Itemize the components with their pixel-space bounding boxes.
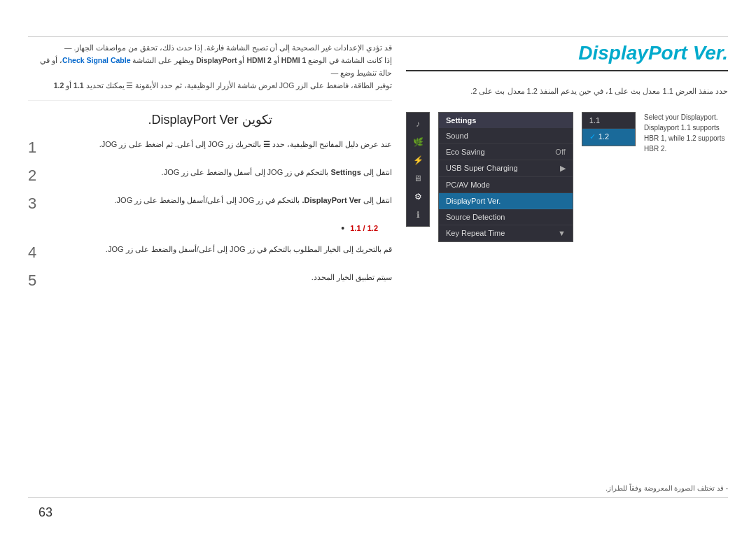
section-title-ar: تكوين DisplayPort Ver. <box>148 113 272 127</box>
bullet-item: 1.2 / 1.1 • <box>28 223 392 234</box>
page-title: DisplayPort Ver. <box>406 42 728 71</box>
step-5: سيتم تطبيق الخيار المحدد. 5 <box>28 272 392 290</box>
bottom-note: قد تختلف الصورة المعروضة وفقاً للطراز. <box>606 484 728 492</box>
menu-item-pcav: PC/AV Mode <box>439 177 573 193</box>
menu-item-eco: Eco Saving Off <box>439 144 573 160</box>
eco-icon: 🌿 <box>410 134 426 150</box>
settings-menu: Settings Sound Eco Saving Off USB Super … <box>438 112 573 242</box>
top-note-line2: إذا كانت الشاشة في الوضع HDMI 1 أو HDMI … <box>28 55 392 80</box>
menu-item-usb: USB Super Charging ▶ <box>439 160 573 177</box>
menu-item-source: Source Detection <box>439 209 573 225</box>
submenu-item-1-2: ✓1.2 <box>582 129 635 146</box>
submenu-item-1-1: 1.1 <box>582 113 635 129</box>
side-description: Select your Displayport. Displayport 1.1… <box>644 112 728 154</box>
top-arabic-notes: قد تؤدي الإعدادات غير الصحيحة إلى أن تصب… <box>28 42 392 101</box>
step-2-text: انتقل إلى Settings بالتحكم في زر JOG إلى… <box>50 167 392 179</box>
pc-icon: 🖥 <box>410 170 426 187</box>
step-5-number: 5 <box>28 272 42 290</box>
right-column: DisplayPort Ver. حدد منفذ العرض 1.1 معدل… <box>406 42 728 242</box>
bullet-text: 1.2 / 1.1 <box>350 224 378 232</box>
step-4-number: 4 <box>28 244 42 262</box>
step-5-text: سيتم تطبيق الخيار المحدد. <box>50 272 392 284</box>
bottom-rule <box>28 497 728 498</box>
top-note-line1: قد تؤدي الإعدادات غير الصحيحة إلى أن تصب… <box>28 42 392 55</box>
step-3: انتقل إلى DisplayPort Ver. بالتحكم في زر… <box>28 195 392 213</box>
sound-icon: ♪ <box>410 115 426 132</box>
step-1-number: 1 <box>28 139 42 157</box>
arabic-description: حدد منفذ العرض 1.1 معدل بث على 1، في حين… <box>406 85 728 98</box>
info-icon: ℹ <box>410 206 426 223</box>
step-2: انتقل إلى Settings بالتحكم في زر JOG إلى… <box>28 167 392 185</box>
step-2-number: 2 <box>28 167 42 185</box>
step-4-text: قم بالتحريك إلى الخيار المطلوب بالتحكم ف… <box>50 244 392 256</box>
settings-icon: ⚙ <box>410 188 426 205</box>
menu-header: Settings <box>439 113 573 128</box>
section-title: تكوين DisplayPort Ver. <box>28 112 392 127</box>
usb-icon: ⚡ <box>410 152 426 169</box>
steps-list: عند عرض دليل المفاتيح الوظيفية، حدد ☰ با… <box>28 139 392 290</box>
step-4: قم بالتحريك إلى الخيار المطلوب بالتحكم ف… <box>28 244 392 262</box>
monitor-ui: ♪ 🌿 ⚡ 🖥 ⚙ ℹ Settings Sound Eco Saving Of… <box>406 112 728 242</box>
menu-item-sound: Sound <box>439 128 573 144</box>
step-3-number: 3 <box>28 195 42 213</box>
step-1: عند عرض دليل المفاتيح الوظيفية، حدد ☰ با… <box>28 139 392 157</box>
menu-item-keyrepeat: Key Repeat Time ▼ <box>439 225 573 241</box>
left-column: قد تؤدي الإعدادات غير الصحيحة إلى أن تصب… <box>28 42 392 300</box>
menu-item-displayport: DisplayPort Ver. <box>439 193 573 209</box>
icons-column: ♪ 🌿 ⚡ 🖥 ⚙ ℹ <box>406 112 430 227</box>
bullet-dot: • <box>341 223 344 234</box>
page-number: 63 <box>38 505 52 520</box>
step-1-text: عند عرض دليل المفاتيح الوظيفية، حدد ☰ با… <box>50 139 392 151</box>
submenu-panel: 1.1 ✓1.2 <box>582 112 636 146</box>
step-3-text: انتقل إلى DisplayPort Ver. بالتحكم في زر… <box>50 195 392 207</box>
top-rule <box>28 36 728 37</box>
top-note-line3: توفير الطاقة، فاضغط على الزر JOG لعرض شا… <box>28 80 392 92</box>
